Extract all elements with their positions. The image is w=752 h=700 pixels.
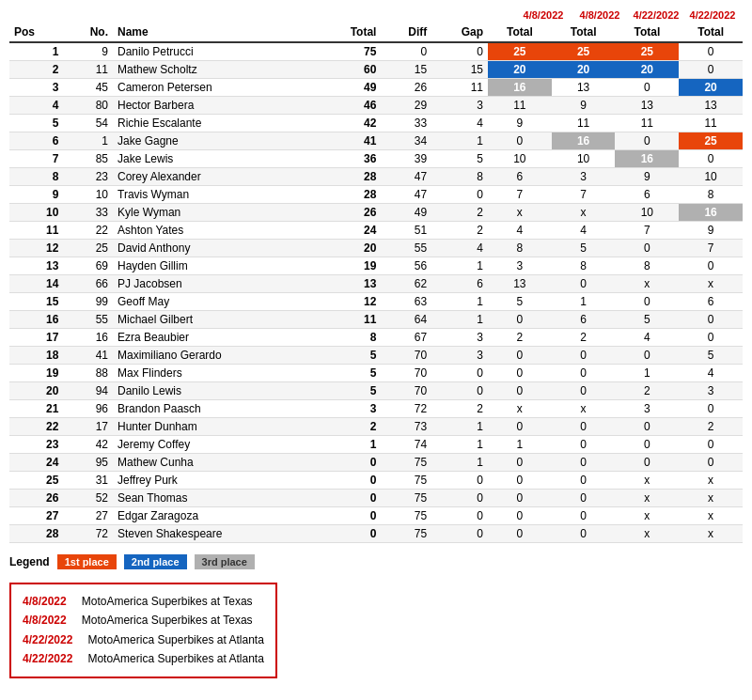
cell-name: Jake Lewis [113,150,318,168]
table-row: 211Mathew Scholtz6015152020200 [9,61,743,79]
cell-event1: 9 [488,115,552,132]
cell-event2: 0 [552,382,616,400]
cell-name: Maximiliano Gerardo [113,347,318,365]
cell-no: 41 [63,347,113,365]
cell-event1: 11 [488,97,552,115]
cell-name: Brandon Paasch [113,400,318,418]
cell-pos: 18 [9,347,63,365]
table-row: 823Corey Alexander2847863910 [9,168,743,186]
cell-total: 5 [318,365,382,382]
table-row: 2652Sean Thomas075000xx [9,490,743,507]
cell-event2: 11 [552,115,616,132]
cell-total: 12 [318,293,382,311]
date-col-1: 4/8/2022 [515,9,572,21]
cell-diff: 75 [381,454,431,472]
cell-diff: 73 [381,418,431,436]
cell-event1: 10 [488,150,552,168]
cell-name: Edgar Zaragoza [113,507,318,525]
cell-event1: 5 [488,293,552,311]
event-name: MotoAmerica Superbikes at Atlanta [87,649,263,668]
cell-no: 52 [63,490,113,507]
cell-gap: 3 [431,347,488,365]
cell-diff: 67 [381,329,431,347]
cell-gap: 4 [431,240,488,257]
cell-total: 41 [318,132,382,150]
table-row: 2495Mathew Cunha07510000 [9,454,743,472]
cell-no: 22 [63,222,113,240]
cell-event1: 0 [488,472,552,490]
cell-event4: 3 [679,382,743,400]
cell-event1: 0 [488,382,552,400]
cell-event1: 0 [488,347,552,365]
cell-diff: 64 [381,311,431,329]
cell-event2: 0 [552,507,616,525]
cell-event1: 0 [488,418,552,436]
col-no: No. [63,23,113,42]
cell-gap: 15 [431,61,488,79]
event-name: MotoAmerica Superbikes at Texas [82,611,253,630]
cell-pos: 28 [9,525,63,543]
cell-diff: 75 [381,490,431,507]
cell-event4: x [679,525,743,543]
cell-gap: 0 [431,42,488,61]
col-event3: Total [615,23,679,42]
cell-gap: 0 [431,525,488,543]
cell-no: 69 [63,257,113,275]
cell-event3: 16 [615,150,679,168]
cell-diff: 75 [381,525,431,543]
cell-pos: 27 [9,507,63,525]
cell-gap: 0 [431,490,488,507]
date-col-3: 4/22/2022 [628,9,684,21]
cell-event2: 1 [552,293,616,311]
cell-event3: 13 [615,97,679,115]
col-event1: Total [488,23,552,42]
cell-event1: 16 [488,79,552,97]
cell-diff: 47 [381,186,431,204]
cell-event4: 0 [679,42,743,61]
cell-pos: 20 [9,382,63,400]
cell-no: 9 [63,42,113,61]
cell-diff: 62 [381,275,431,293]
table-row: 480Hector Barbera462931191313 [9,97,743,115]
cell-total: 0 [318,472,382,490]
cell-pos: 25 [9,472,63,490]
cell-diff: 75 [381,472,431,490]
cell-total: 24 [318,222,382,240]
date-col-2: 4/8/2022 [572,9,628,21]
cell-event4: 0 [679,257,743,275]
standings-table: Pos No. Name Total Diff Gap Total Total … [9,23,743,543]
cell-no: 27 [63,507,113,525]
cell-event1: 8 [488,240,552,257]
cell-pos: 26 [9,490,63,507]
table-row: 1033Kyle Wyman26492xx1016 [9,204,743,222]
cell-total: 8 [318,329,382,347]
cell-name: Jake Gagne [113,132,318,150]
cell-gap: 1 [431,132,488,150]
cell-event1: 0 [488,132,552,150]
cell-gap: 1 [431,257,488,275]
cell-no: 80 [63,97,113,115]
cell-diff: 15 [381,61,431,79]
cell-event2: 0 [552,365,616,382]
cell-gap: 2 [431,400,488,418]
cell-no: 72 [63,525,113,543]
cell-event3: 25 [615,42,679,61]
cell-event3: 7 [615,222,679,240]
col-gap: Gap [431,23,488,42]
cell-event1: 20 [488,61,552,79]
cell-event1: 25 [488,42,552,61]
col-name: Name [113,23,318,42]
cell-diff: 63 [381,293,431,311]
cell-pos: 5 [9,115,63,132]
cell-no: 25 [63,240,113,257]
cell-name: Danilo Lewis [113,382,318,400]
cell-event2: 9 [552,97,616,115]
cell-diff: 56 [381,257,431,275]
cell-name: Richie Escalante [113,115,318,132]
cell-diff: 49 [381,204,431,222]
cell-event2: 0 [552,472,616,490]
cell-event2: 6 [552,311,616,329]
cell-event4: 9 [679,222,743,240]
cell-event4: x [679,507,743,525]
legend-3rd: 3rd place [195,554,255,569]
